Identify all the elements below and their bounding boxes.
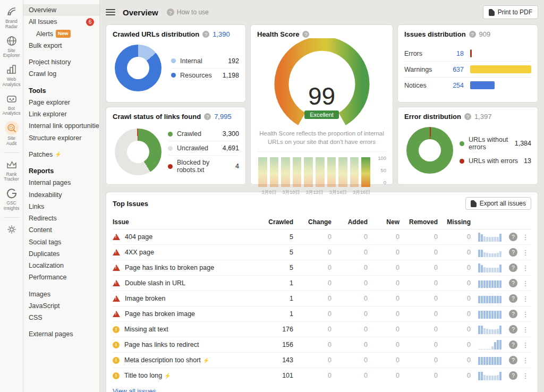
column-header-new[interactable]: New [368,218,400,226]
issue-name-cell[interactable]: Image broken [113,295,262,302]
dist-value-link[interactable]: 637 [441,66,464,73]
issue-name-cell[interactable]: !Title too long⚡ [113,372,262,379]
column-header-added[interactable]: Added [332,218,368,226]
sidebar-item-all-issues[interactable]: All Issues6 [23,16,99,28]
issue-name-cell[interactable]: 404 page [113,233,262,241]
sidebar-item-patches[interactable]: Patches⚡ [23,149,99,160]
sidebar-item-indexability[interactable]: Indexability [23,189,99,201]
rail-item-bot-analytics[interactable]: BotAnalytics [0,92,23,117]
rail-item-gsc-insights[interactable]: GSCInsights [0,187,23,211]
sidebar-item-images[interactable]: Images [23,288,99,300]
issue-menu-button[interactable]: ⋮ [520,310,531,318]
sidebar-item-structure-explorer[interactable]: Structure explorer [23,132,99,144]
sidebar-item-css[interactable]: CSS [23,312,99,323]
sidebar-item-bulk-export[interactable]: Bulk export [23,40,99,52]
issue-help-button[interactable]: ? [509,233,517,241]
issue-help-button[interactable]: ? [509,263,517,272]
help-circle-icon[interactable]: ? [204,113,211,120]
column-header-issue[interactable]: Issue [113,218,262,226]
issue-help-button[interactable]: ? [509,340,517,349]
menu-icon[interactable] [106,7,115,17]
issue-row[interactable]: Page has broken image100000?⋮ [113,306,531,321]
crawled-urls-total-link[interactable]: 1,390 [212,30,230,38]
sidebar-item-duplicates[interactable]: Duplicates [23,248,99,260]
issue-menu-button[interactable]: ⋮ [520,295,531,303]
rail-item-brand-radar[interactable]: BrandRadar [0,5,23,30]
sidebar-item-link-explorer[interactable]: Link explorer [23,108,99,120]
issue-help-button[interactable]: ? [509,310,517,318]
issue-name-cell[interactable]: 4XX page [113,249,262,256]
issue-help-button[interactable]: ? [509,279,517,287]
sidebar-item-redirects[interactable]: Redirects [23,212,99,224]
issue-help-button[interactable]: ? [509,371,517,380]
sidebar-item-internal-link-opportunities[interactable]: Internal link opportunities [23,120,99,132]
issue-row[interactable]: 4XX page500000?⋮ [113,244,531,260]
issue-row[interactable]: Double slash in URL100000?⋮ [113,275,531,291]
rail-item-web-analytics[interactable]: WebAnalytics [0,63,23,88]
rail-item-site-explorer[interactable]: SiteExplorer [0,35,23,59]
sidebar-item-javascript[interactable]: JavaScript [23,300,99,312]
issue-name-cell[interactable]: Double slash in URL [113,279,262,287]
issue-help-button[interactable]: ? [509,356,517,364]
issue-name-cell[interactable]: Page has links to broken page [113,264,262,271]
help-circle-icon[interactable]: ? [202,31,209,38]
rail-item-rank-tracker[interactable]: RankTracker [0,158,23,183]
sidebar-item-label: Redirects [29,214,57,223]
sidebar-item-project-history[interactable]: Project history [23,56,99,68]
issue-menu-button[interactable]: ⋮ [520,233,531,241]
legend-row: Crawled3,300 [168,127,239,141]
help-circle-icon[interactable]: ? [302,31,309,38]
crawl-status-total-link[interactable]: 7,995 [214,113,232,121]
issue-sparkline [471,325,502,334]
sidebar-item-external-pages[interactable]: External pages [23,328,99,340]
rail-item-settings[interactable] [0,223,23,236]
issue-row[interactable]: !Missing alt text17600000?⋮ [113,321,531,337]
sidebar-item-alerts[interactable]: AlertsNew [23,28,99,40]
error-triangle-icon [113,265,120,271]
print-to-pdf-button[interactable]: Print to PDF [483,5,538,19]
issue-row[interactable]: !Meta description too short⚡14300000?⋮ [113,352,531,368]
issue-menu-button[interactable]: ⋮ [520,356,531,364]
dist-value-link[interactable]: 254 [441,82,464,89]
sidebar-item-localization[interactable]: Localization [23,260,99,271]
sidebar-item-social-tags[interactable]: Social tags [23,236,99,248]
issue-name-cell[interactable]: !Meta description too short⚡ [113,356,262,364]
column-header-change[interactable]: Change [293,218,332,226]
issue-row[interactable]: Page has links to broken page500000?⋮ [113,260,531,275]
issue-help-button[interactable]: ? [509,248,517,257]
issue-menu-button[interactable]: ⋮ [520,279,531,287]
sidebar-item-crawl-log[interactable]: Crawl log [23,68,99,80]
issue-row[interactable]: !Page has links to redirect15600000?⋮ [113,337,531,352]
sidebar-item-label: Crawl log [29,70,56,78]
issue-name-cell[interactable]: Page has broken image [113,310,262,318]
sidebar-item-content[interactable]: Content [23,224,99,236]
sidebar-item-performance[interactable]: Performance [23,271,99,283]
product-icon-rail: BrandRadarSiteExplorerWebAnalyticsBotAna… [0,0,23,392]
issue-help-button[interactable]: ? [509,294,517,303]
help-circle-icon[interactable]: ? [469,31,476,38]
issue-help-button[interactable]: ? [509,325,517,334]
sidebar-item-links[interactable]: Links [23,201,99,212]
issue-menu-button[interactable]: ⋮ [520,372,531,380]
column-header-crawled[interactable]: Crawled [262,218,293,226]
issue-menu-button[interactable]: ⋮ [520,341,531,349]
sidebar-item-internal-pages[interactable]: Internal pages [23,177,99,189]
issue-row[interactable]: !Title too long⚡10100000?⋮ [113,368,531,383]
issue-name-cell[interactable]: !Page has links to redirect [113,341,262,348]
how-to-use-link[interactable]: ? How to use [167,8,209,16]
sidebar-item-page-explorer[interactable]: Page explorer [23,97,99,108]
issue-menu-button[interactable]: ⋮ [520,326,531,334]
column-header-missing[interactable]: Missing [438,218,471,226]
sidebar-item-overview[interactable]: Overview [23,4,99,16]
export-all-issues-button[interactable]: Export all issues [465,197,531,210]
dist-value-link[interactable]: 18 [441,50,464,57]
rail-item-site-audit[interactable]: SiteAudit [0,121,23,147]
issue-name-cell[interactable]: !Missing alt text [113,326,262,333]
issue-row[interactable]: 404 page500000?⋮ [113,229,531,244]
column-header-removed[interactable]: Removed [400,218,438,226]
help-circle-icon[interactable]: ? [464,113,471,120]
issue-row[interactable]: Image broken100000?⋮ [113,291,531,306]
view-all-issues-link[interactable]: View all issues [113,383,156,392]
issue-menu-button[interactable]: ⋮ [520,264,531,272]
issue-menu-button[interactable]: ⋮ [520,249,531,257]
